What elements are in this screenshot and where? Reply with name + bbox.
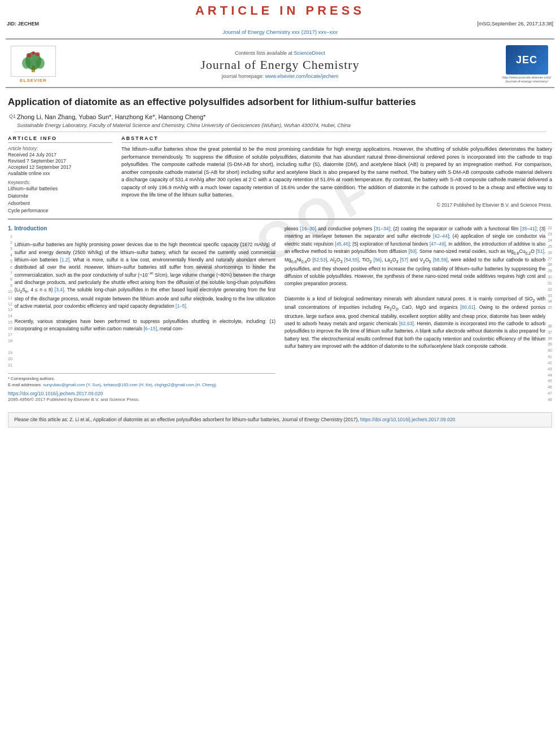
keyword-2: Diatomite (8, 193, 112, 200)
intro-title-text: Introduction (14, 225, 47, 231)
keyword-1: Lithium–sulfur batteries (8, 185, 112, 193)
keyword-4: Cycle performance (8, 207, 112, 215)
jid-label: JID: JECHEM (7, 21, 39, 27)
left-line-numbers: 123456789101112131415161718192021 (8, 234, 12, 369)
svg-point-3 (36, 58, 45, 69)
available-online: Available online xxx (8, 171, 112, 176)
revised-date: Revised 7 September 2017 (8, 158, 112, 164)
citation-text: Please cite this article as: Z. Li et al… (14, 417, 359, 422)
journal-ref-line: Journal of Energy Chemistry xxx (2017) x… (0, 28, 560, 37)
ref-60-61[interactable]: [60,61] (461, 304, 475, 310)
svg-point-4 (27, 53, 31, 58)
ref-42-44[interactable]: [42–44] (433, 233, 449, 239)
ref-62-63[interactable]: [62,63] (399, 321, 414, 326)
ref-6-15[interactable]: [6–15] (143, 326, 157, 331)
abstract-body-divider (8, 219, 552, 220)
svg-point-5 (36, 52, 40, 56)
journal-header: ELSEVIER Contents lists available at Sci… (0, 41, 560, 86)
body-two-col: 1. Introduction 123456789101112131415161… (8, 225, 552, 403)
ref-31-34[interactable]: [31–34] (374, 226, 390, 231)
ref-52-53[interactable]: [52,53] (312, 257, 327, 263)
ref-56[interactable]: [56] (374, 257, 382, 263)
journal-ref-link[interactable]: Journal of Energy Chemistry xxx (2017) x… (222, 29, 337, 35)
footnote-corresponding: * Corresponding authors. (8, 376, 275, 381)
jec-logo-subtitle: http://www.journals.elsevier.com/Journal… (502, 76, 551, 84)
intro-left-body-text: Lithium–sulfur batteries are highly prom… (15, 234, 275, 369)
ref-50[interactable]: [50] (409, 248, 417, 254)
ref-3-4[interactable]: [3,4] (55, 287, 64, 292)
header-top-bar: JID: JECHEM [mSG;September 26, 2017;13:3… (0, 19, 560, 28)
ref-51[interactable]: [51] (536, 248, 544, 254)
abstract-text: The lithium–sulfur batteries show the gr… (121, 146, 552, 199)
ref-1-2[interactable]: [1,2] (60, 257, 70, 263)
article-info-abstract-section: ARTICLE INFO Article history: Received 2… (8, 136, 552, 214)
banner-text: ARTICLE IN PRESS (195, 3, 365, 18)
ref-16-30[interactable]: [16–30] (300, 226, 316, 231)
ref-35-41[interactable]: [35–41] (520, 226, 536, 231)
email-addresses[interactable]: sunyubao@gmail.com (Y. Sun), kehanz@163.… (43, 382, 217, 387)
elsevier-logo: ELSEVIER (8, 46, 59, 83)
svg-point-2 (22, 58, 31, 69)
ref-1-5[interactable]: [1–5] (176, 303, 186, 309)
jec-logo: JEC http://www.journals.elsevier.com/Jou… (501, 45, 552, 84)
homepage-link[interactable]: www.elsevier.com/locate/jechem (265, 73, 339, 79)
ref-54-55[interactable]: [54,55] (344, 257, 359, 263)
ref-47-49[interactable]: [47–49] (430, 241, 445, 247)
accepted-date: Accepted 12 September 2017 (8, 164, 112, 170)
received-date: Received 24 July 2017 (8, 152, 112, 158)
right-line-numbers: 2223242526272829303132333435363738394041… (548, 225, 552, 403)
contents-label: Contents lists available at ScienceDirec… (59, 50, 501, 56)
sciencedirect-link[interactable]: ScienceDirect (294, 50, 326, 56)
doi-link[interactable]: https://doi.org/10.1016/j.jechem.2017.09… (8, 391, 103, 396)
abstract-column: ABSTRACT The lithium–sulfur batteries sh… (121, 136, 552, 214)
q1-label: Q1 (9, 113, 16, 119)
doi-section: https://doi.org/10.1016/j.jechem.2017.09… (8, 391, 275, 402)
elsevier-logo-box (11, 46, 56, 77)
citation-doi-link[interactable]: https://doi.org/10.1016/j.jechem.2017.09… (360, 417, 455, 422)
authors-line: Zhong Li, Nan Zhang, Yubao Sun*, Hanzhon… (8, 113, 552, 120)
keywords-list: Lithium–sulfur batteries Diatomite Adsor… (8, 185, 112, 214)
abstract-heading: ABSTRACT (121, 136, 552, 143)
elsevier-text: ELSEVIER (20, 78, 47, 83)
email-label: E-mail addresses: (8, 382, 42, 387)
affiliation: Sustainable Energy Laboratory, Faculty o… (8, 123, 552, 128)
ref-58-59[interactable]: [58,59] (433, 257, 448, 263)
elsevier-tree-icon (16, 50, 50, 73)
ref-45-46[interactable]: [45,46] (335, 241, 349, 247)
top-divider (6, 38, 554, 40)
journal-title: Journal of Energy Chemistry (59, 58, 501, 72)
jec-logo-box: JEC (506, 45, 548, 75)
intro-right-text-block: plexes [16–30] and conductive polymers [… (285, 225, 552, 403)
intro-right-body-text: plexes [16–30] and conductive polymers [… (285, 225, 545, 403)
header-bottom-divider (6, 87, 554, 88)
timestamp-label: [mSG;September 26, 2017;13:38] (477, 21, 553, 27)
keywords-label: Keywords: (8, 180, 112, 185)
article-info-heading: ARTICLE INFO (8, 136, 112, 143)
body-left-column: 1. Introduction 123456789101112131415161… (8, 225, 275, 403)
article-history-label: Article history: (8, 146, 112, 151)
svg-point-6 (32, 51, 35, 55)
copyright-line: © 2017 Published by Elsevier B.V. and Sc… (121, 202, 552, 208)
intro-left-text-block: 123456789101112131415161718192021 Lithiu… (8, 234, 275, 369)
ref-57[interactable]: [57] (400, 257, 408, 263)
article-in-press-banner: ARTICLE IN PRESS (0, 0, 560, 19)
citation-box: Please cite this article as: Z. Li et al… (8, 412, 552, 427)
footnote-emails: E-mail addresses: sunyubao@gmail.com (Y.… (8, 382, 275, 387)
article-title: Application of diatomite as an effective… (8, 96, 552, 109)
journal-center-info: Contents lists available at ScienceDirec… (59, 50, 501, 79)
issn-line: 2095-4956/© 2017 Published by Elsevier B… (8, 397, 275, 402)
article-info-column: ARTICLE INFO Article history: Received 2… (8, 136, 112, 214)
footnotes-section: * Corresponding authors. E-mail addresse… (8, 373, 275, 387)
affiliation-divider (14, 132, 546, 132)
intro-section-title: 1. Introduction (8, 225, 275, 231)
keyword-3: Adsorbent (8, 200, 112, 207)
body-right-column: plexes [16–30] and conductive polymers [… (285, 225, 552, 403)
homepage-line: journal homepage: www.elsevier.com/locat… (59, 73, 501, 79)
main-content: Application of diatomite as an effective… (0, 89, 560, 407)
jec-logo-text: JEC (516, 54, 537, 66)
